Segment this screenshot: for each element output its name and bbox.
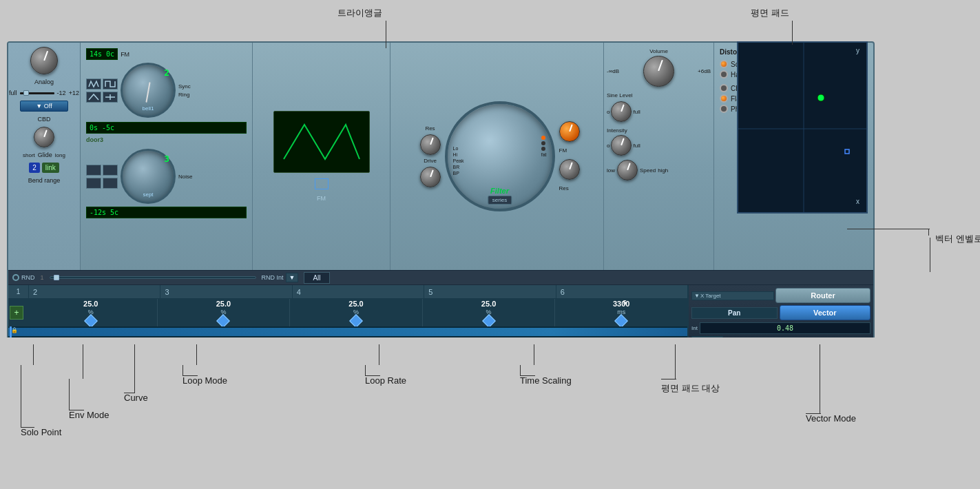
env-diamond-3[interactable] bbox=[349, 314, 363, 328]
small-box bbox=[315, 178, 329, 189]
curve-label-bottom: Curve bbox=[124, 393, 148, 403]
x-target-dropdown[interactable]: ▼ X Target bbox=[691, 291, 774, 300]
glide-knob[interactable] bbox=[34, 127, 54, 147]
pan-value: Pan bbox=[691, 307, 778, 319]
env-num-3: 4 bbox=[293, 285, 424, 298]
rnd-int-label: RND Int bbox=[262, 274, 284, 281]
cbd-label: CBD bbox=[37, 116, 50, 123]
chorus-radio[interactable] bbox=[720, 84, 728, 92]
link-btn[interactable]: link bbox=[42, 163, 59, 173]
wave-btn-3[interactable] bbox=[86, 92, 101, 103]
router-btn[interactable]: Router bbox=[775, 288, 870, 303]
env-diamond-5[interactable] bbox=[614, 314, 628, 328]
sine-level-label: Sine Level bbox=[607, 92, 711, 98]
filter-knob-2[interactable] bbox=[559, 121, 580, 142]
vector-env-line bbox=[930, 238, 930, 272]
triangle-annotation: 트라이앵글 bbox=[337, 7, 382, 19]
off-dropdown[interactable]: ▼ Off bbox=[20, 101, 68, 112]
x-axis-label: x bbox=[856, 198, 859, 205]
soft-radio[interactable] bbox=[720, 60, 728, 68]
volume-knob[interactable] bbox=[643, 56, 674, 87]
flanger-radio[interactable] bbox=[720, 94, 728, 103]
long-label: long bbox=[55, 152, 65, 158]
env-diamond-2[interactable] bbox=[216, 314, 230, 328]
door3-label: door3 bbox=[86, 136, 247, 143]
triangle-line bbox=[386, 21, 386, 48]
time-scaling-label-bottom: Time Scaling bbox=[520, 375, 572, 386]
flatpad-target-label: 평면 패드 대상 bbox=[661, 382, 720, 395]
wave-btn-6[interactable] bbox=[103, 165, 118, 176]
osc2-circle[interactable]: 3 sept bbox=[121, 149, 176, 204]
env-num-2: 3 bbox=[160, 285, 292, 298]
intensity-knob[interactable] bbox=[611, 135, 632, 156]
add-point-btn[interactable]: + bbox=[10, 306, 23, 320]
env-val-3: 25.0 bbox=[348, 300, 363, 308]
24db-indicator bbox=[541, 147, 545, 151]
xy-pad[interactable]: y x bbox=[737, 41, 868, 214]
int-label: Int bbox=[691, 325, 698, 331]
wave-btn-1[interactable] bbox=[86, 79, 101, 90]
osc1-label: bell1 bbox=[143, 105, 154, 112]
flatpad-annotation: 평면 패드 bbox=[751, 7, 789, 19]
curve-line bbox=[134, 344, 135, 393]
vector-envelope-annotation: 벡터 엔벨로프 bbox=[935, 233, 980, 245]
drive-knob[interactable] bbox=[420, 167, 441, 187]
speed-knob[interactable] bbox=[617, 160, 638, 180]
env-num-4: 5 bbox=[424, 285, 556, 298]
solo-point-line bbox=[33, 344, 34, 365]
res-knob[interactable] bbox=[420, 134, 441, 155]
analog-knob[interactable] bbox=[30, 47, 58, 74]
env-val-5: 3300 bbox=[613, 300, 629, 308]
18db-indicator bbox=[541, 141, 545, 145]
router-v-line bbox=[928, 229, 929, 236]
filter-circle[interactable]: Lo Hi Peak BR BP fat Filter bbox=[445, 101, 555, 211]
fm-filter-knob[interactable] bbox=[559, 159, 580, 180]
wave-btn-7[interactable] bbox=[86, 178, 101, 189]
triangle-wave-display bbox=[273, 111, 370, 173]
phaser-radio[interactable] bbox=[720, 105, 728, 113]
fm-label: FM bbox=[317, 195, 326, 202]
rnd-slider[interactable] bbox=[50, 276, 256, 279]
rnd-int-dropdown[interactable]: ▼ bbox=[286, 273, 299, 282]
12db-indicator bbox=[541, 136, 545, 140]
vector-btn[interactable]: Vector bbox=[780, 305, 871, 320]
hard-radio[interactable] bbox=[720, 70, 728, 79]
res-label: Res bbox=[425, 125, 435, 132]
env-num-5: 6 bbox=[556, 285, 687, 298]
short-label: short bbox=[23, 152, 35, 158]
env-diamond-4[interactable] bbox=[482, 314, 496, 328]
flat-pad-target-line bbox=[675, 344, 676, 379]
analog-label: Analog bbox=[34, 79, 54, 85]
y-axis-label: y bbox=[856, 47, 859, 54]
rnd-label: RND bbox=[21, 274, 35, 281]
vector-mode-label-bottom: Vector Mode bbox=[806, 413, 856, 424]
all-badge: All bbox=[304, 272, 329, 284]
solo-point-label: Solo Point bbox=[21, 427, 61, 437]
loop-mode-label: Loop Mode bbox=[183, 375, 227, 386]
env-mode-label: Env Mode bbox=[69, 410, 110, 420]
rnd-area: RND bbox=[12, 274, 35, 281]
vector-mode-line bbox=[820, 344, 820, 413]
flatpad-line bbox=[792, 21, 793, 45]
bend-2: 2 bbox=[29, 163, 40, 173]
volume-label: Volume bbox=[607, 48, 711, 54]
env-diamond-1[interactable] bbox=[84, 314, 98, 328]
env-num-0: 1 bbox=[8, 285, 29, 298]
rnd-radio[interactable] bbox=[12, 274, 19, 281]
wave-btn-5[interactable] bbox=[86, 165, 101, 176]
wave-btn-2[interactable] bbox=[103, 79, 118, 90]
osc1-display2: 0s -5c bbox=[86, 122, 247, 134]
osc2-display: -12s 5c bbox=[86, 207, 247, 218]
wave-btn-4[interactable] bbox=[103, 92, 118, 103]
loop-rate-label: Loop Rate bbox=[365, 375, 406, 386]
series-badge: series bbox=[488, 196, 512, 205]
full-label: full bbox=[9, 90, 17, 96]
env-num-1: 2 bbox=[29, 285, 160, 298]
osc1-circle[interactable]: 2 bell1 bbox=[121, 63, 176, 118]
osc1-display1: 14s 0c bbox=[86, 48, 118, 60]
filter-label: Filter bbox=[490, 187, 509, 195]
sine-level-knob[interactable] bbox=[611, 101, 632, 122]
drive-label: Drive bbox=[424, 158, 437, 164]
wave-btn-8[interactable] bbox=[103, 178, 118, 189]
glide-label: Glide bbox=[38, 152, 52, 158]
